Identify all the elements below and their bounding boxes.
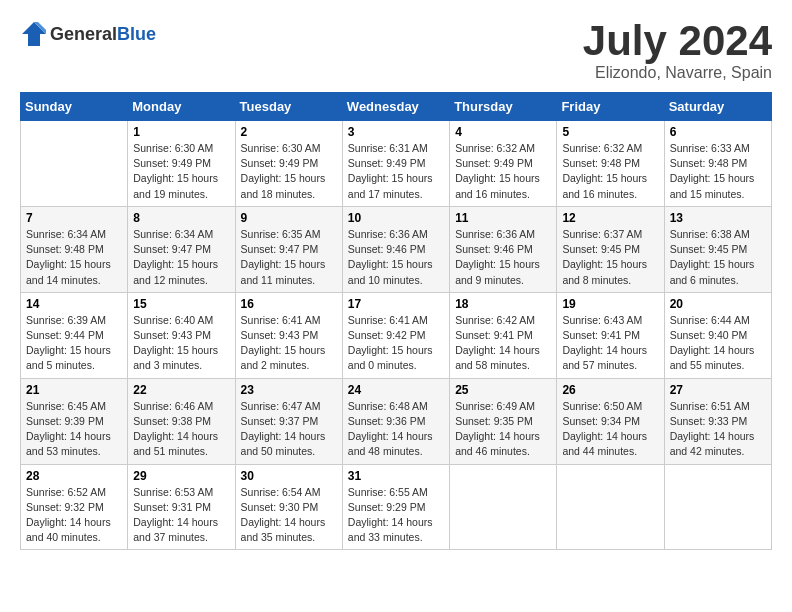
calendar-cell bbox=[450, 464, 557, 550]
day-number: 15 bbox=[133, 297, 229, 311]
day-number: 17 bbox=[348, 297, 444, 311]
calendar-cell: 29Sunrise: 6:53 AM Sunset: 9:31 PM Dayli… bbox=[128, 464, 235, 550]
day-info: Sunrise: 6:31 AM Sunset: 9:49 PM Dayligh… bbox=[348, 141, 444, 202]
week-row-4: 21Sunrise: 6:45 AM Sunset: 9:39 PM Dayli… bbox=[21, 378, 772, 464]
day-info: Sunrise: 6:52 AM Sunset: 9:32 PM Dayligh… bbox=[26, 485, 122, 546]
day-number: 10 bbox=[348, 211, 444, 225]
day-info: Sunrise: 6:55 AM Sunset: 9:29 PM Dayligh… bbox=[348, 485, 444, 546]
calendar-cell bbox=[557, 464, 664, 550]
day-number: 21 bbox=[26, 383, 122, 397]
calendar-cell: 8Sunrise: 6:34 AM Sunset: 9:47 PM Daylig… bbox=[128, 206, 235, 292]
day-info: Sunrise: 6:46 AM Sunset: 9:38 PM Dayligh… bbox=[133, 399, 229, 460]
day-info: Sunrise: 6:32 AM Sunset: 9:48 PM Dayligh… bbox=[562, 141, 658, 202]
day-info: Sunrise: 6:39 AM Sunset: 9:44 PM Dayligh… bbox=[26, 313, 122, 374]
week-row-2: 7Sunrise: 6:34 AM Sunset: 9:48 PM Daylig… bbox=[21, 206, 772, 292]
calendar-cell: 14Sunrise: 6:39 AM Sunset: 9:44 PM Dayli… bbox=[21, 292, 128, 378]
logo-icon bbox=[20, 20, 48, 48]
day-info: Sunrise: 6:40 AM Sunset: 9:43 PM Dayligh… bbox=[133, 313, 229, 374]
calendar-cell: 13Sunrise: 6:38 AM Sunset: 9:45 PM Dayli… bbox=[664, 206, 771, 292]
day-header-wednesday: Wednesday bbox=[342, 93, 449, 121]
day-info: Sunrise: 6:45 AM Sunset: 9:39 PM Dayligh… bbox=[26, 399, 122, 460]
day-number: 31 bbox=[348, 469, 444, 483]
calendar-cell: 23Sunrise: 6:47 AM Sunset: 9:37 PM Dayli… bbox=[235, 378, 342, 464]
title-area: July 2024 Elizondo, Navarre, Spain bbox=[583, 20, 772, 82]
day-number: 2 bbox=[241, 125, 337, 139]
day-header-tuesday: Tuesday bbox=[235, 93, 342, 121]
day-number: 11 bbox=[455, 211, 551, 225]
day-number: 16 bbox=[241, 297, 337, 311]
calendar-cell: 7Sunrise: 6:34 AM Sunset: 9:48 PM Daylig… bbox=[21, 206, 128, 292]
logo-text: GeneralBlue bbox=[50, 24, 156, 45]
calendar-cell: 4Sunrise: 6:32 AM Sunset: 9:49 PM Daylig… bbox=[450, 121, 557, 207]
calendar-cell bbox=[21, 121, 128, 207]
week-row-1: 1Sunrise: 6:30 AM Sunset: 9:49 PM Daylig… bbox=[21, 121, 772, 207]
calendar-cell: 9Sunrise: 6:35 AM Sunset: 9:47 PM Daylig… bbox=[235, 206, 342, 292]
day-info: Sunrise: 6:32 AM Sunset: 9:49 PM Dayligh… bbox=[455, 141, 551, 202]
day-number: 24 bbox=[348, 383, 444, 397]
day-number: 28 bbox=[26, 469, 122, 483]
day-info: Sunrise: 6:49 AM Sunset: 9:35 PM Dayligh… bbox=[455, 399, 551, 460]
page-header: GeneralBlue July 2024 Elizondo, Navarre,… bbox=[20, 20, 772, 82]
day-number: 22 bbox=[133, 383, 229, 397]
calendar-cell: 27Sunrise: 6:51 AM Sunset: 9:33 PM Dayli… bbox=[664, 378, 771, 464]
logo: GeneralBlue bbox=[20, 20, 156, 48]
week-row-5: 28Sunrise: 6:52 AM Sunset: 9:32 PM Dayli… bbox=[21, 464, 772, 550]
day-number: 1 bbox=[133, 125, 229, 139]
day-number: 12 bbox=[562, 211, 658, 225]
calendar-cell: 19Sunrise: 6:43 AM Sunset: 9:41 PM Dayli… bbox=[557, 292, 664, 378]
day-header-saturday: Saturday bbox=[664, 93, 771, 121]
calendar-cell: 22Sunrise: 6:46 AM Sunset: 9:38 PM Dayli… bbox=[128, 378, 235, 464]
day-number: 19 bbox=[562, 297, 658, 311]
calendar-cell: 2Sunrise: 6:30 AM Sunset: 9:49 PM Daylig… bbox=[235, 121, 342, 207]
calendar-cell: 10Sunrise: 6:36 AM Sunset: 9:46 PM Dayli… bbox=[342, 206, 449, 292]
month-title: July 2024 bbox=[583, 20, 772, 62]
day-info: Sunrise: 6:54 AM Sunset: 9:30 PM Dayligh… bbox=[241, 485, 337, 546]
calendar-cell: 11Sunrise: 6:36 AM Sunset: 9:46 PM Dayli… bbox=[450, 206, 557, 292]
day-number: 30 bbox=[241, 469, 337, 483]
day-number: 23 bbox=[241, 383, 337, 397]
calendar-cell: 3Sunrise: 6:31 AM Sunset: 9:49 PM Daylig… bbox=[342, 121, 449, 207]
calendar-cell: 16Sunrise: 6:41 AM Sunset: 9:43 PM Dayli… bbox=[235, 292, 342, 378]
day-info: Sunrise: 6:36 AM Sunset: 9:46 PM Dayligh… bbox=[455, 227, 551, 288]
day-info: Sunrise: 6:35 AM Sunset: 9:47 PM Dayligh… bbox=[241, 227, 337, 288]
day-info: Sunrise: 6:34 AM Sunset: 9:48 PM Dayligh… bbox=[26, 227, 122, 288]
day-info: Sunrise: 6:48 AM Sunset: 9:36 PM Dayligh… bbox=[348, 399, 444, 460]
calendar-cell: 21Sunrise: 6:45 AM Sunset: 9:39 PM Dayli… bbox=[21, 378, 128, 464]
day-header-sunday: Sunday bbox=[21, 93, 128, 121]
calendar-cell: 25Sunrise: 6:49 AM Sunset: 9:35 PM Dayli… bbox=[450, 378, 557, 464]
day-number: 7 bbox=[26, 211, 122, 225]
day-header-friday: Friday bbox=[557, 93, 664, 121]
calendar-cell: 6Sunrise: 6:33 AM Sunset: 9:48 PM Daylig… bbox=[664, 121, 771, 207]
day-info: Sunrise: 6:38 AM Sunset: 9:45 PM Dayligh… bbox=[670, 227, 766, 288]
day-info: Sunrise: 6:30 AM Sunset: 9:49 PM Dayligh… bbox=[241, 141, 337, 202]
day-info: Sunrise: 6:33 AM Sunset: 9:48 PM Dayligh… bbox=[670, 141, 766, 202]
day-info: Sunrise: 6:42 AM Sunset: 9:41 PM Dayligh… bbox=[455, 313, 551, 374]
day-info: Sunrise: 6:36 AM Sunset: 9:46 PM Dayligh… bbox=[348, 227, 444, 288]
day-number: 6 bbox=[670, 125, 766, 139]
day-info: Sunrise: 6:37 AM Sunset: 9:45 PM Dayligh… bbox=[562, 227, 658, 288]
day-number: 13 bbox=[670, 211, 766, 225]
day-number: 14 bbox=[26, 297, 122, 311]
day-info: Sunrise: 6:53 AM Sunset: 9:31 PM Dayligh… bbox=[133, 485, 229, 546]
day-number: 18 bbox=[455, 297, 551, 311]
day-info: Sunrise: 6:50 AM Sunset: 9:34 PM Dayligh… bbox=[562, 399, 658, 460]
calendar-cell: 30Sunrise: 6:54 AM Sunset: 9:30 PM Dayli… bbox=[235, 464, 342, 550]
logo-general: General bbox=[50, 24, 117, 44]
day-number: 9 bbox=[241, 211, 337, 225]
calendar-cell: 18Sunrise: 6:42 AM Sunset: 9:41 PM Dayli… bbox=[450, 292, 557, 378]
day-number: 20 bbox=[670, 297, 766, 311]
day-number: 27 bbox=[670, 383, 766, 397]
location: Elizondo, Navarre, Spain bbox=[583, 64, 772, 82]
calendar-cell: 24Sunrise: 6:48 AM Sunset: 9:36 PM Dayli… bbox=[342, 378, 449, 464]
day-header-monday: Monday bbox=[128, 93, 235, 121]
day-info: Sunrise: 6:47 AM Sunset: 9:37 PM Dayligh… bbox=[241, 399, 337, 460]
calendar-cell: 31Sunrise: 6:55 AM Sunset: 9:29 PM Dayli… bbox=[342, 464, 449, 550]
day-info: Sunrise: 6:41 AM Sunset: 9:42 PM Dayligh… bbox=[348, 313, 444, 374]
day-number: 4 bbox=[455, 125, 551, 139]
header-row: SundayMondayTuesdayWednesdayThursdayFrid… bbox=[21, 93, 772, 121]
day-info: Sunrise: 6:51 AM Sunset: 9:33 PM Dayligh… bbox=[670, 399, 766, 460]
day-number: 8 bbox=[133, 211, 229, 225]
day-header-thursday: Thursday bbox=[450, 93, 557, 121]
calendar-cell: 20Sunrise: 6:44 AM Sunset: 9:40 PM Dayli… bbox=[664, 292, 771, 378]
calendar-cell: 1Sunrise: 6:30 AM Sunset: 9:49 PM Daylig… bbox=[128, 121, 235, 207]
